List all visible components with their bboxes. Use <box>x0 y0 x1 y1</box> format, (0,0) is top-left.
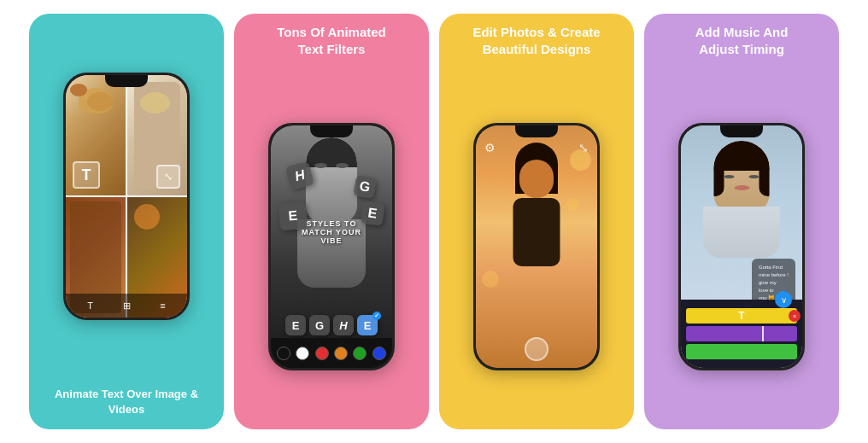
card-3-title: Edit Photos & CreateBeautiful Designs <box>459 14 613 64</box>
card-add-music: Add Music AndAdjust Timing <box>644 14 839 429</box>
phone-wrapper-2: H G E E STYLES TOMATCH YOURVIBE E G H E … <box>234 64 429 429</box>
text-tool-icon: T <box>73 161 100 189</box>
phone-mockup-3: ⚙ ⤡ <box>473 123 600 370</box>
letter-e2: E <box>360 201 384 225</box>
track-purple <box>686 326 797 341</box>
letter-g: G <box>353 175 377 199</box>
phone-mockup-2: H G E E STYLES TOMATCH YOURVIBE E G H E … <box>268 123 395 370</box>
phone-screen-4: Gotta Findmine before !give mylove toyou… <box>681 125 802 368</box>
styles-text: STYLES TOMATCH YOURVIBE <box>302 219 361 245</box>
bottom-toolbar-2 <box>271 338 392 368</box>
bottom-toolbar: T ⊞ ≡ <box>66 294 187 318</box>
row-letter-e2: E ✓ <box>357 315 378 335</box>
color-red <box>315 347 329 360</box>
crop-icon: ⤡ <box>578 141 589 154</box>
phone-screen-3: ⚙ ⤡ <box>476 125 597 368</box>
timeline-cursor <box>762 326 764 341</box>
phone-mockup-4: Gotta Findmine before !give mylove toyou… <box>678 123 805 370</box>
food-top-left: T <box>66 75 126 195</box>
color-black <box>277 347 290 360</box>
track-green <box>686 344 797 359</box>
toolbar-text-icon: T <box>87 300 93 311</box>
row-letter-g: G <box>309 315 330 335</box>
timeline-area: ∨ T × <box>681 300 802 368</box>
track-yellow: T × <box>686 308 797 324</box>
card-4-title: Add Music AndAdjust Timing <box>682 14 802 64</box>
card-2-title: Tons Of AnimatedText Filters <box>263 14 400 64</box>
food-top-right: ⤡ <box>127 75 187 195</box>
shutter-button <box>525 337 548 361</box>
phone-top-icons: ⚙ ⤡ <box>476 141 597 154</box>
card-1-label: Animate Text Over Image & Videos <box>29 380 224 429</box>
color-green <box>353 347 367 360</box>
chevron-down-button[interactable]: ∨ <box>775 291 792 308</box>
phone-wrapper-1: T ⤡ <box>29 14 224 380</box>
app-container: T ⤡ <box>0 0 868 443</box>
color-blue <box>372 347 386 360</box>
letter-h: H <box>285 161 314 190</box>
card-text-filters: Tons Of AnimatedText Filters <box>234 14 429 429</box>
card-animate-text: T ⤡ <box>29 14 224 429</box>
phone-wrapper-3: ⚙ ⤡ <box>439 64 634 429</box>
card-photo-edit: Edit Photos & CreateBeautiful Designs <box>439 14 634 429</box>
phone-screen-2: H G E E STYLES TOMATCH YOURVIBE E G H E … <box>271 125 392 368</box>
row-letter-h: H <box>333 315 354 335</box>
phone-wrapper-4: Gotta Findmine before !give mylove toyou… <box>644 64 839 429</box>
phone-screen-1: T ⤡ <box>66 75 187 318</box>
crop-tool-icon: ⤡ <box>156 165 180 189</box>
toolbar-layout-icon: ⊞ <box>123 300 131 312</box>
row-letter-e: E <box>285 315 306 335</box>
track-t-icon: T <box>738 310 744 322</box>
letter-row: E G H E ✓ <box>285 315 378 335</box>
track-close-button[interactable]: × <box>789 310 801 322</box>
color-white <box>296 347 309 360</box>
color-orange <box>334 347 348 360</box>
settings-icon: ⚙ <box>484 141 496 154</box>
phone-mockup-1: T ⤡ <box>63 73 190 320</box>
toolbar-menu-icon: ≡ <box>160 300 165 311</box>
